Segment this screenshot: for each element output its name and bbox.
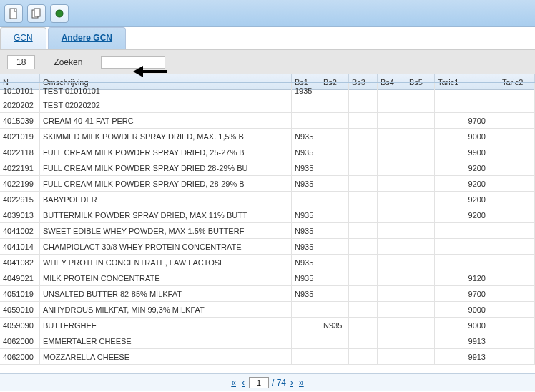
record-count: 18 [7, 55, 35, 69]
table-cell: 4022118 [0, 144, 40, 160]
table-row[interactable]: 4051019UNSALTED BUTTER 82-85% MILKFATN93… [0, 286, 535, 302]
table-row[interactable]: 4041002SWEET EDIBLE WHEY POWDER, MAX 1.5… [0, 223, 535, 239]
table-row[interactable]: 2020202TEST 02020202 [0, 97, 535, 113]
table-cell [378, 176, 406, 192]
table-cell [349, 239, 378, 255]
table-row[interactable]: 4022191FULL CREAM MILK POWDER SPRAY DRIE… [0, 160, 535, 176]
page-last[interactable]: » [298, 378, 305, 388]
table-cell: EMMERTALER CHEESE [40, 333, 292, 349]
table-cell [349, 144, 378, 160]
table-cell: FULL CREAM MILK POWDER SPRAY DRIED 28-29… [40, 160, 292, 176]
data-grid: N Omschrijving Bs1 Bs2 Bs3 Bs4 Bs5 Taric… [0, 74, 535, 373]
tab-label: Andere GCN [62, 33, 112, 43]
tab-gcn[interactable]: GCN [0, 27, 46, 49]
table-cell [499, 302, 535, 318]
table-cell [406, 270, 435, 286]
table-row[interactable]: 4059010ANHYDROUS MILKFAT, MIN 99,3% MILK… [0, 302, 535, 318]
table-cell [349, 302, 378, 318]
table-cell: N935 [292, 207, 320, 223]
table-cell [378, 83, 406, 99]
table-cell [406, 333, 435, 349]
table-cell: TEST 02020202 [40, 97, 292, 113]
table-cell: 4059090 [0, 318, 40, 333]
table-cell [499, 255, 535, 270]
table-cell [406, 192, 435, 207]
table-cell [406, 223, 435, 239]
table-cell: N935 [292, 286, 320, 302]
table-cell: 4039013 [0, 207, 40, 223]
table-cell: BUTTERGHEE [40, 318, 292, 333]
table-cell [378, 239, 406, 255]
table-cell: SKIMMED MILK POWDER SPRAY DRIED, MAX. 1,… [40, 129, 292, 144]
table-row[interactable]: 4049021MILK PROTEIN CONCENTRATEN9359120 [0, 270, 535, 286]
table-row[interactable]: 4039013BUTTERMILK POWDER SPRAY DRIED, MA… [0, 207, 535, 223]
table-cell: 4022191 [0, 160, 40, 176]
table-cell [406, 144, 435, 160]
table-cell [406, 302, 435, 318]
new-button[interactable] [4, 4, 23, 23]
table-cell [349, 97, 378, 113]
table-cell [435, 223, 499, 239]
table-cell: 4062000 [0, 349, 40, 365]
table-cell: BUTTERMILK POWDER SPRAY DRIED, MAX 11% B… [40, 207, 292, 223]
tab-andere-gcn[interactable]: Andere GCN [48, 27, 126, 49]
table-cell [435, 83, 499, 99]
table-row[interactable]: 4062000EMMERTALER CHEESE9913 [0, 333, 535, 349]
page-prev[interactable]: ‹ [240, 378, 246, 388]
page-next[interactable]: › [289, 378, 295, 388]
table-cell [292, 318, 320, 333]
table-cell: 4041014 [0, 239, 40, 255]
svg-point-3 [56, 10, 63, 17]
table-cell: 4022199 [0, 176, 40, 192]
table-cell: 1935 [292, 83, 320, 99]
run-button[interactable] [50, 4, 69, 23]
table-cell: 2020202 [0, 97, 40, 113]
table-cell [320, 144, 349, 160]
table-row[interactable]: 4041082WHEY PROTEIN CONCENTRATE, LAW LAC… [0, 255, 535, 270]
table-cell [349, 129, 378, 144]
table-cell: MILK PROTEIN CONCENTRATE [40, 270, 292, 286]
table-row[interactable]: 4022118FULL CREAM MILK POWDER SPRAY DRIE… [0, 144, 535, 160]
table-cell [378, 160, 406, 176]
table-cell [320, 286, 349, 302]
table-cell: 4022915 [0, 192, 40, 207]
table-cell [320, 255, 349, 270]
table-cell [320, 333, 349, 349]
table-row[interactable]: 4021019SKIMMED MILK POWDER SPRAY DRIED, … [0, 129, 535, 144]
table-row[interactable]: 4022199FULL CREAM MILK POWDER SPRAY DRIE… [0, 176, 535, 192]
table-cell [320, 207, 349, 223]
table-cell [378, 333, 406, 349]
tabs: GCN Andere GCN [0, 27, 535, 50]
table-cell [349, 286, 378, 302]
table-cell [406, 83, 435, 99]
table-cell [499, 349, 535, 365]
table-row[interactable]: 1010101TEST 010101011935 [0, 82, 535, 97]
table-cell [406, 160, 435, 176]
copy-button[interactable] [27, 4, 46, 23]
search-label: Zoeken [54, 57, 82, 67]
table-cell: N935 [292, 223, 320, 239]
table-cell [378, 97, 406, 113]
table-cell: 9913 [435, 333, 499, 349]
table-row[interactable]: 4022915BABYPOEDER9200 [0, 192, 535, 207]
search-input[interactable] [101, 56, 165, 69]
table-cell: 9000 [435, 302, 499, 318]
table-cell [349, 333, 378, 349]
table-row[interactable]: 4015039CREAM 40-41 FAT PERC9700 [0, 113, 535, 129]
page-input[interactable] [249, 377, 269, 388]
table-cell [378, 349, 406, 365]
table-cell [378, 302, 406, 318]
table-cell: BABYPOEDER [40, 192, 292, 207]
table-cell [499, 83, 535, 99]
table-cell [292, 349, 320, 365]
table-cell [406, 129, 435, 144]
table-row[interactable]: 4059090BUTTERGHEEN9359000 [0, 318, 535, 333]
table-cell [292, 333, 320, 349]
table-cell: 4059010 [0, 302, 40, 318]
table-row[interactable]: 4041014CHAMPIOLACT 30/8 WHEY PROTEIN CON… [0, 239, 535, 255]
table-cell: 4021019 [0, 129, 40, 144]
table-cell: N935 [292, 176, 320, 192]
table-row[interactable]: 4062000MOZZARELLA CHEESE9913 [0, 349, 535, 365]
page-first[interactable]: « [230, 378, 237, 388]
table-cell [406, 207, 435, 223]
